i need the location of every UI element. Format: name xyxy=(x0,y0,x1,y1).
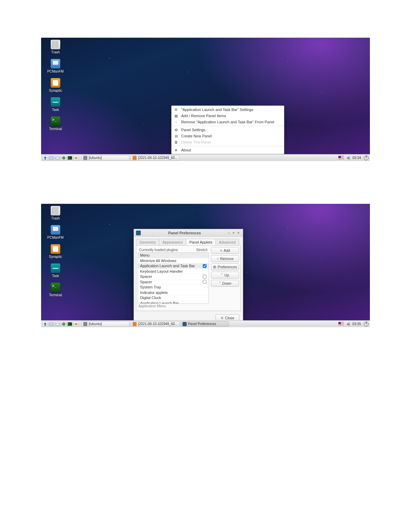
desktop-icon-task[interactable]: Task xyxy=(45,263,66,278)
plugin-row[interactable]: Digital Clock xyxy=(138,295,209,301)
window-icon xyxy=(183,322,187,326)
plugin-row[interactable]: Indicator applets xyxy=(138,290,209,296)
plugin-row[interactable]: Application Launch and Task Bar xyxy=(138,263,209,269)
launcher-terminal-button[interactable]: >_ xyxy=(67,155,73,161)
plugin-row[interactable]: Menu xyxy=(138,253,209,258)
desktop-icon-label: Task xyxy=(45,274,66,278)
plugin-row[interactable]: Minimize All Windows xyxy=(138,258,209,264)
panel-context-menu: ⚙"Application Launch and Task Bar" Setti… xyxy=(171,106,284,154)
plugin-label: Indicator applets xyxy=(140,290,207,295)
show-desktop-button[interactable] xyxy=(49,155,54,161)
plugin-row[interactable]: Spacer xyxy=(138,274,209,280)
volume-icon[interactable]: ◂)) xyxy=(347,322,350,326)
plugin-row[interactable]: Spacer xyxy=(138,280,209,285)
desktop-icon-pcmanfm-icon xyxy=(51,225,60,235)
volume-icon[interactable]: ◂)) xyxy=(347,156,350,160)
stretch-checkbox[interactable] xyxy=(203,280,207,284)
taskbar-item-screenshot[interactable]: [2021-08-10-102949_60... xyxy=(131,321,179,327)
taskbar-item-panel-preferences[interactable]: Panel Preferences xyxy=(181,321,229,327)
desktop-icon-trash[interactable]: Trash xyxy=(45,40,66,54)
menu-item-icon: ★ xyxy=(174,148,178,152)
desktop-icon-synaptic[interactable]: Synaptic xyxy=(45,244,66,259)
menu-button[interactable] xyxy=(42,155,48,161)
menu-item-about[interactable]: ★About xyxy=(172,147,284,153)
desktop-icon-trash-icon xyxy=(51,206,60,215)
plugin-label: Application Launch and Task Bar xyxy=(140,264,203,268)
down-button[interactable]: ˅Down xyxy=(211,280,239,287)
desktop-icon-terminal[interactable]: Terminal xyxy=(45,116,66,131)
taskbar-item-label: [2021-08-10-102949_60... xyxy=(138,156,178,160)
launcher-files-button[interactable] xyxy=(55,155,60,161)
chevron-down-icon: ˅ xyxy=(219,281,221,286)
plugin-row[interactable]: Application Launch Bar xyxy=(138,301,209,304)
maximize-button[interactable]: + xyxy=(231,231,236,235)
desktop-icon-terminal[interactable]: Terminal xyxy=(45,283,66,297)
launcher-extra-button[interactable] xyxy=(73,155,79,161)
taskbar-item-label: [lubuntu] xyxy=(89,156,102,160)
menu-button[interactable] xyxy=(42,321,48,327)
up-button[interactable]: ˄Up xyxy=(211,272,239,279)
svg-rect-3 xyxy=(75,157,77,159)
shutdown-button[interactable] xyxy=(364,156,369,160)
menu-item-icon: ⊞ xyxy=(174,134,178,138)
desktop-icon-pcmanfm[interactable]: PCManFM xyxy=(45,59,66,73)
menu-item-label: Delete This Panel xyxy=(181,140,211,144)
taskbar-item-lubuntu[interactable]: [lubuntu] xyxy=(82,155,129,161)
menu-item-create-panel[interactable]: ⊞Create New Panel xyxy=(172,133,284,139)
shutdown-button[interactable] xyxy=(364,322,369,326)
tab-appearance[interactable]: Appearance xyxy=(159,239,186,245)
launcher-files-button[interactable] xyxy=(55,321,60,327)
stretch-checkbox[interactable] xyxy=(203,275,207,279)
svg-point-2 xyxy=(62,156,65,160)
panel-preferences-dialog: Panel Preferences − + × GeometryAppearan… xyxy=(134,229,243,325)
plugin-label: Minimize All Windows xyxy=(140,259,207,263)
keyboard-layout-indicator[interactable] xyxy=(338,322,344,326)
desktop-icon-label: Trash xyxy=(45,50,66,54)
chevron-up-icon: ˄ xyxy=(221,273,223,277)
show-desktop-button[interactable] xyxy=(49,321,54,327)
plugin-label: Menu xyxy=(140,253,207,257)
launcher-web-button[interactable] xyxy=(61,321,66,327)
desktop-icon-trash[interactable]: Trash xyxy=(45,206,66,220)
keyboard-layout-indicator[interactable] xyxy=(338,156,344,160)
taskbar-item-lubuntu[interactable]: [lubuntu] xyxy=(82,321,129,327)
taskbar-item-label: [lubuntu] xyxy=(89,322,102,326)
column-header-stretch: Stretch xyxy=(196,248,208,252)
tab-panel-applets[interactable]: Panel Applets xyxy=(186,239,216,245)
image-icon xyxy=(133,322,137,326)
menu-item-label: "Application Launch and Task Bar" Settin… xyxy=(181,108,253,112)
minimize-button[interactable]: − xyxy=(226,231,231,235)
close-window-button[interactable]: × xyxy=(236,231,241,235)
desktop-icon-synaptic-icon xyxy=(51,78,60,88)
tab-advanced[interactable]: Advanced xyxy=(215,239,239,245)
launcher-web-button[interactable] xyxy=(61,155,66,161)
desktop-icon-label: PCManFM xyxy=(45,70,66,73)
menu-item-panel-settings[interactable]: ✿Panel Settings xyxy=(172,127,284,133)
dialog-titlebar[interactable]: Panel Preferences − + × xyxy=(134,229,243,237)
stretch-checkbox[interactable] xyxy=(203,264,207,268)
desktop-icon-task[interactable]: Task xyxy=(45,97,66,112)
plugin-row[interactable]: System Tray xyxy=(138,285,209,290)
svg-rect-0 xyxy=(50,157,53,159)
desktop-icon-trash-icon xyxy=(51,40,60,49)
remove-button[interactable]: −Remove xyxy=(211,255,239,262)
clock[interactable]: 03:34 xyxy=(352,156,361,160)
minus-icon: − xyxy=(216,257,219,261)
menu-item-remove-applet[interactable]: −Remove "Application Launch and Task Bar… xyxy=(172,119,284,125)
tab-geometry[interactable]: Geometry xyxy=(136,239,159,245)
svg-rect-5 xyxy=(56,323,59,325)
desktop-icon-synaptic[interactable]: Synaptic xyxy=(45,78,66,92)
plugin-row[interactable]: Keyboard Layout Handler xyxy=(138,269,209,274)
plugin-label: Application Launch Bar xyxy=(140,301,207,304)
add-button[interactable]: +Add xyxy=(211,247,239,254)
preferences-button[interactable]: ✿Preferences xyxy=(211,263,239,270)
menu-item-applet-settings[interactable]: ⚙"Application Launch and Task Bar" Setti… xyxy=(172,107,284,113)
menu-item-add-remove-items[interactable]: ▦Add / Remove Panel Items xyxy=(172,113,284,119)
screenshot-2: TrashPCManFMSynapticTaskTerminal Panel P… xyxy=(41,204,370,327)
launcher-extra-button[interactable] xyxy=(73,321,79,327)
plugins-list[interactable]: MenuMinimize All WindowsApplication Laun… xyxy=(138,252,209,304)
launcher-terminal-button[interactable]: >_ xyxy=(67,321,73,327)
clock[interactable]: 03:35 xyxy=(352,322,361,326)
desktop-icon-pcmanfm[interactable]: PCManFM xyxy=(45,225,66,239)
taskbar-item-screenshot[interactable]: [2021-08-10-102949_60... xyxy=(131,155,179,161)
